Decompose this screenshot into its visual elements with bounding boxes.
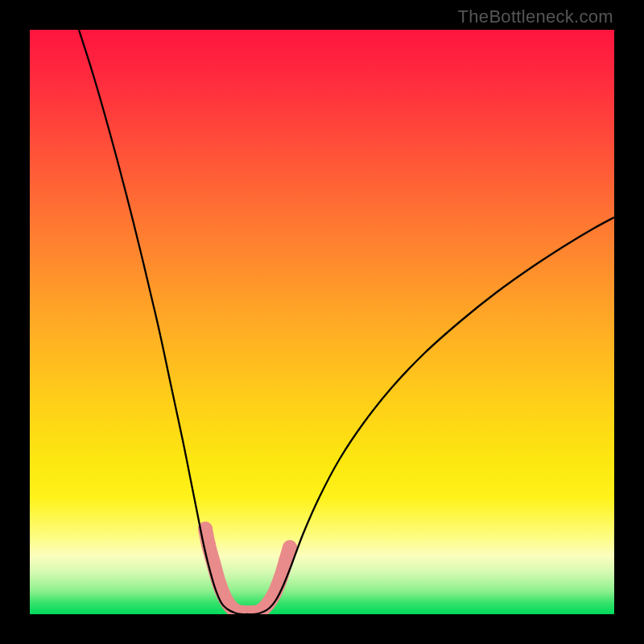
curve-svg [30, 30, 614, 614]
pink-marker [283, 540, 297, 555]
pink-highlight-path [205, 529, 290, 613]
plot-area [30, 30, 614, 614]
watermark-text: TheBottleneck.com [458, 6, 613, 27]
chart-frame: TheBottleneck.com [0, 0, 644, 644]
left-curve [79, 30, 247, 614]
right-curve [247, 217, 614, 614]
pink-highlight-group [198, 522, 297, 614]
